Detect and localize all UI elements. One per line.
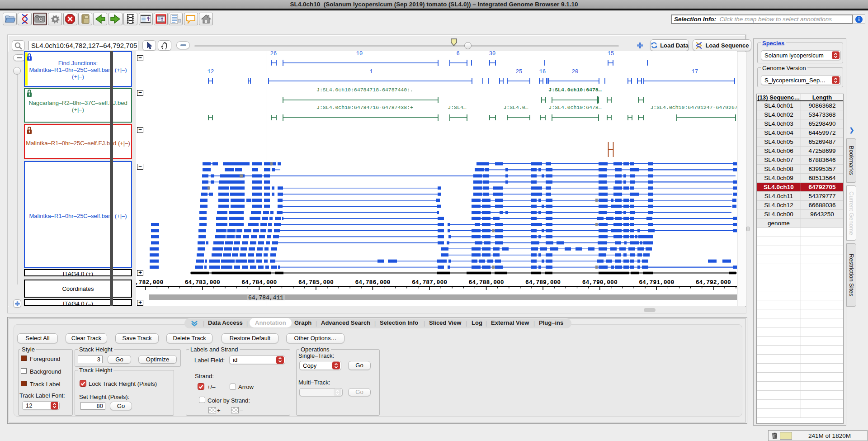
- svg-text:26: 26: [270, 51, 277, 57]
- svg-text:64,787,000: 64,787,000: [412, 279, 447, 286]
- svg-text:1: 1: [369, 69, 373, 75]
- svg-text:J:SL4.0ch10:64784718-64787440:: J:SL4.0ch10:64784718-64787440:.: [316, 87, 413, 93]
- svg-text:J:SL4.0ch10:6478…: J:SL4.0ch10:6478…: [548, 87, 601, 93]
- svg-text:J:SL4.0ch10:64791247-64792677…: J:SL4.0ch10:64791247-64792677…: [650, 104, 737, 110]
- svg-text:17: 17: [692, 69, 698, 75]
- svg-text:J:SL4.0ch10:6478…: J:SL4.0ch10:6478…: [548, 104, 601, 110]
- svg-text:20: 20: [572, 69, 578, 75]
- svg-text:J:SL4.0ch10:64784716-64787438:: J:SL4.0ch10:64784716-64787438:+: [316, 104, 413, 110]
- svg-text:64,786,000: 64,786,000: [355, 279, 390, 286]
- svg-text:12: 12: [208, 69, 214, 75]
- svg-text:J:SL4…: J:SL4…: [448, 104, 467, 110]
- svg-text:64,785,000: 64,785,000: [298, 279, 334, 286]
- svg-text:64,788,000: 64,788,000: [469, 279, 504, 286]
- svg-text:25: 25: [516, 69, 522, 75]
- svg-text:64,784,000: 64,784,000: [241, 279, 277, 286]
- svg-text:16: 16: [539, 69, 546, 75]
- svg-text:6: 6: [456, 51, 459, 57]
- svg-text:64,790,000: 64,790,000: [582, 279, 618, 286]
- svg-text:15: 15: [608, 51, 614, 57]
- svg-text:J:SL4.0…: J:SL4.0…: [503, 104, 528, 110]
- svg-text:10: 10: [356, 51, 363, 57]
- svg-text:64,791,000: 64,791,000: [639, 279, 674, 286]
- svg-text:64,789,000: 64,789,000: [525, 279, 561, 286]
- svg-text:64,782,000: 64,782,000: [136, 279, 163, 286]
- svg-text:64,783,000: 64,783,000: [185, 279, 220, 286]
- svg-text:64,792,000: 64,792,000: [696, 279, 731, 286]
- svg-text:64,784,411: 64,784,411: [248, 294, 283, 301]
- svg-text:30: 30: [489, 51, 495, 57]
